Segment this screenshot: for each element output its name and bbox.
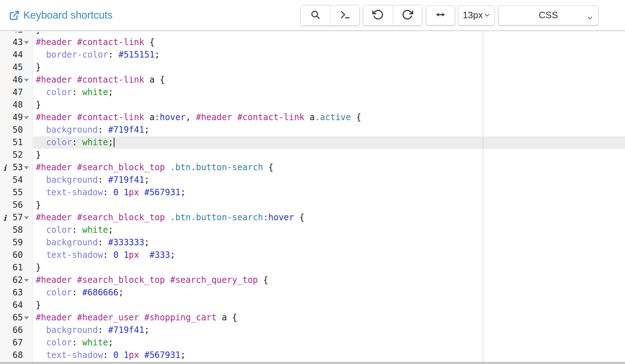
code-line[interactable]: border-color: #515151;: [33, 49, 625, 61]
font-size-select[interactable]: 13px: [458, 5, 495, 25]
fold-arrow-icon[interactable]: [24, 316, 29, 320]
line-number: 63: [13, 286, 23, 299]
redo-button[interactable]: [393, 5, 422, 25]
code-line[interactable]: text-shadow: 0 1px #333;: [33, 249, 625, 261]
code-line[interactable]: }: [33, 199, 625, 211]
code-line[interactable]: background: #719f41;: [33, 324, 625, 336]
token-plain: {: [258, 275, 268, 285]
code-line[interactable]: }: [33, 99, 625, 111]
fold-arrow-icon[interactable]: [24, 166, 29, 169]
line-number: 61: [13, 261, 23, 274]
code-line[interactable]: #header #header_user #shopping_cart a {: [33, 311, 625, 324]
token-property: color: [36, 87, 72, 97]
token-selector: #header #contact-link: [196, 112, 304, 122]
fold-arrow-icon[interactable]: [24, 79, 29, 82]
code-line[interactable]: color: white;: [33, 86, 625, 99]
search-button[interactable]: [301, 5, 330, 25]
token-value: #515151: [118, 50, 154, 60]
fold-arrow-icon[interactable]: [24, 116, 29, 119]
token-plain: :: [98, 325, 108, 335]
code-line[interactable]: #header #contact-link a:hover, #header #…: [33, 111, 625, 124]
code-line[interactable]: background: #719f41;: [33, 174, 625, 186]
token-plain: :: [103, 187, 113, 197]
redo-icon: [402, 9, 413, 21]
code-line[interactable]: #header #contact-link a {: [33, 74, 625, 86]
gutter-row: 43: [0, 36, 33, 49]
gutter-row: i53: [0, 161, 33, 174]
undo-button[interactable]: [363, 5, 393, 25]
code-line[interactable]: #header #contact-link {: [33, 36, 625, 49]
token-plain: ;: [181, 187, 186, 197]
code-line-active[interactable]: color: white;: [33, 136, 625, 149]
code-line[interactable]: }: [33, 61, 625, 74]
token-plain: a: [144, 112, 154, 122]
fold-arrow-icon[interactable]: [24, 279, 29, 282]
token-plain: {: [351, 112, 361, 122]
code-line[interactable]: color: white;: [33, 336, 625, 349]
token-plain: :: [98, 125, 108, 135]
line-number: 45: [13, 61, 23, 74]
line-number: 67: [13, 336, 23, 349]
line-number: 49: [13, 111, 23, 124]
gutter-row: 58: [0, 224, 33, 236]
token-selector: #header #contact-link: [36, 112, 144, 122]
line-number: 58: [13, 224, 23, 236]
lint-info-icon[interactable]: i: [3, 212, 6, 225]
code-line[interactable]: #header #search_block_top .btn.button-se…: [33, 211, 625, 224]
fold-arrow-icon[interactable]: [24, 41, 29, 44]
line-number: 42: [13, 32, 23, 36]
token-selector: #header #contact-link: [36, 37, 144, 47]
code-line[interactable]: }: [33, 149, 625, 161]
token-value: #719f41: [108, 175, 144, 185]
horizontal-resize-icon: [435, 9, 446, 21]
toggle-editor-width-button[interactable]: [426, 5, 455, 25]
code-line[interactable]: background: #719f41;: [33, 124, 625, 136]
code-editor[interactable]: 4243444546474849505152i53545556i57585960…: [0, 32, 625, 362]
fold-arrow-icon[interactable]: [24, 216, 29, 220]
gutter-row: 46: [0, 74, 33, 86]
keyboard-shortcuts-label: Keyboard shortcuts: [23, 9, 113, 21]
gutter-row: 48: [0, 99, 33, 111]
token-property: background: [36, 125, 98, 135]
editor-toolbar: Keyboard shortcuts: [0, 0, 625, 31]
token-property: color: [36, 338, 72, 348]
language-mode-select[interactable]: CSS: [498, 5, 599, 25]
token-plain: :: [103, 350, 113, 360]
token-plain: }: [36, 150, 41, 160]
code-line[interactable]: #header #search_block_top #search_query_…: [33, 274, 625, 286]
token-plain: }: [36, 262, 41, 272]
gutter-row: 65: [0, 311, 33, 324]
token-plain: }: [36, 300, 41, 310]
code-line[interactable]: color: #686666;: [33, 286, 625, 299]
line-number: 53: [13, 161, 23, 174]
line-number: 51: [13, 136, 23, 149]
code-line[interactable]: }: [33, 261, 625, 274]
code-line[interactable]: color: white;: [33, 224, 625, 236]
horizontal-scrollbar[interactable]: [0, 362, 625, 364]
token-value: 1: [124, 250, 129, 260]
line-number: 62: [13, 274, 23, 286]
keyboard-shortcuts-link[interactable]: Keyboard shortcuts: [9, 9, 113, 21]
token-value: :hover: [263, 212, 294, 222]
code-line[interactable]: text-shadow: 0 1px #567931;: [33, 349, 625, 361]
gutter-row: 47: [0, 86, 33, 99]
token-property: text-shadow: [36, 250, 103, 260]
line-number: 66: [13, 324, 23, 336]
token-value: #719f41: [108, 325, 144, 335]
code-line[interactable]: text-shadow: 0 1px #567931;: [33, 186, 625, 199]
code-line[interactable]: #header #search_block_top .btn.button-se…: [33, 161, 625, 174]
code-line[interactable]: background: #333333;: [33, 236, 625, 249]
token-value: 1: [124, 350, 129, 360]
token-plain: :: [72, 87, 82, 97]
token-plain: ;: [118, 287, 123, 297]
code-line[interactable]: }: [33, 299, 625, 311]
code-line[interactable]: }: [33, 32, 625, 36]
token-property: color: [36, 225, 72, 235]
lint-info-icon[interactable]: i: [3, 162, 6, 175]
token-property: text-shadow: [36, 187, 103, 197]
token-selector: #header #search_block_top: [36, 162, 165, 172]
chevron-down-icon: [484, 10, 490, 21]
token-value: #567931: [144, 350, 180, 360]
command-line-button[interactable]: [330, 5, 359, 25]
undo-icon: [372, 9, 384, 21]
